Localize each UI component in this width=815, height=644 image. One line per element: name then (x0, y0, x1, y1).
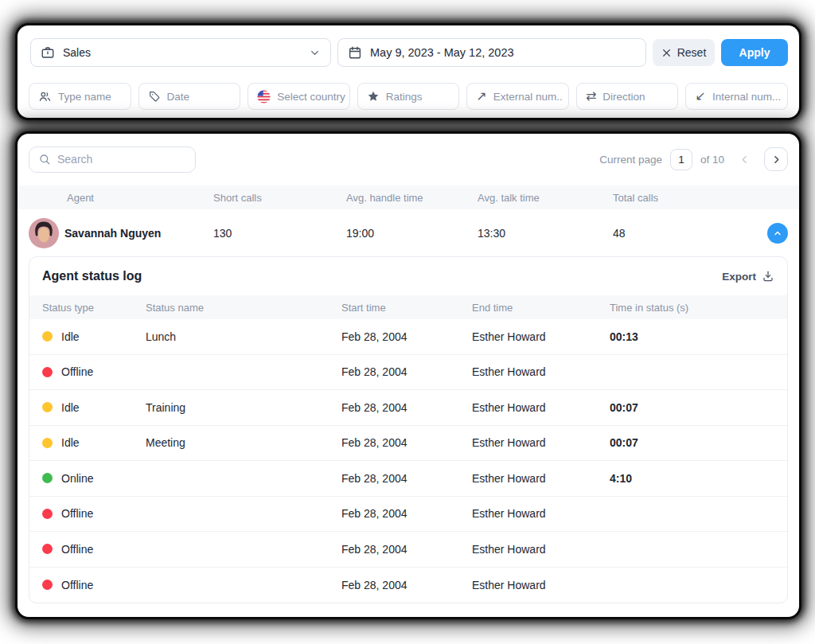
filter-chip-type-name[interactable]: Type name (29, 83, 131, 110)
pagination: Current page of 10 (599, 147, 788, 171)
column-header-total-calls: Total calls (613, 192, 753, 204)
filter-chip-date[interactable]: Date (138, 83, 241, 110)
chevron-right-icon (770, 154, 782, 166)
filter-chip-label: Internal num... (712, 91, 781, 103)
topbar-row: Sales May 9, 2023 - May 12, 2023 Reset A… (29, 38, 788, 67)
column-header-avg-handle-time: Avg. handle time (346, 192, 478, 204)
queue-select-value: Sales (63, 46, 301, 59)
table-row: Offline Feb 28, 2004 Esther Howard (29, 568, 787, 603)
status-dot (42, 331, 53, 342)
export-label: Export (722, 271, 756, 283)
status-name: Meeting (146, 436, 341, 449)
page-number-input[interactable] (670, 149, 692, 170)
filter-chip-external-number[interactable]: ↗ External num.. (466, 83, 569, 110)
end-time: Esther Howard (472, 330, 610, 343)
agent-short-calls: 130 (213, 227, 346, 240)
column-header-avg-talk-time: Avg. talk time (478, 192, 613, 204)
column-header-short-calls: Short calls (213, 192, 346, 204)
current-page-label: Current page (599, 154, 662, 166)
end-time: Esther Howard (472, 401, 610, 414)
table-row: Online Feb 28, 2004 Esther Howard 4:10 (29, 461, 787, 497)
close-icon (661, 48, 672, 58)
agent-total-calls: 48 (613, 227, 753, 240)
tag-icon (148, 90, 161, 103)
agent-row[interactable]: Savannah Nguyen 130 19:00 13:30 48 (18, 209, 799, 256)
filter-chip-label: Direction (602, 91, 645, 103)
agent-avg-talk-time: 13:30 (478, 227, 613, 240)
status-type: Idle (61, 436, 80, 449)
status-dot (42, 473, 53, 483)
search-box[interactable] (29, 146, 196, 173)
date-range-value: May 9, 2023 - May 12, 2023 (370, 46, 514, 59)
column-header-agent: Agent (29, 192, 213, 204)
queue-select[interactable]: Sales (30, 38, 331, 67)
table-row: Offline Feb 28, 2004 Esther Howard (29, 532, 787, 568)
avatar (29, 218, 59, 248)
date-range-field[interactable]: May 9, 2023 - May 12, 2023 (337, 38, 646, 67)
start-time: Feb 28, 2004 (341, 579, 472, 591)
filter-chip-label: Type name (58, 91, 111, 103)
filter-chip-label: Ratings (386, 91, 423, 103)
filter-chips-row: Type name Date Select country Ratings (29, 83, 788, 110)
status-dot (42, 438, 53, 448)
start-time: Feb 28, 2004 (341, 507, 472, 520)
filter-chip-direction[interactable]: ⇄ Direction (576, 83, 679, 110)
agent-status-log-card: Agent status log Export Status type Stat… (29, 256, 788, 603)
agent-cell: Savannah Nguyen (29, 218, 213, 248)
column-header-start-time: Start time (341, 302, 472, 314)
filter-chip-select-country[interactable]: Select country (248, 83, 350, 110)
start-time: Feb 28, 2004 (341, 365, 472, 378)
arrow-down-left-icon: ↙ (695, 90, 705, 103)
status-type: Online (61, 472, 93, 485)
filter-chip-label: External num.. (493, 91, 563, 103)
status-log-header: Agent status log Export (29, 257, 787, 295)
start-time: Feb 28, 2004 (341, 472, 472, 485)
table-toolbar: Current page of 10 (18, 143, 799, 175)
column-header-status-type: Status type (42, 302, 146, 314)
chevron-up-icon (772, 228, 783, 239)
status-type: Offline (61, 507, 93, 520)
end-time: Esther Howard (472, 579, 610, 591)
apply-button[interactable]: Apply (721, 39, 788, 66)
arrow-up-right-icon: ↗ (476, 90, 486, 103)
table-row: Idle Training Feb 28, 2004 Esther Howard… (29, 390, 787, 426)
table-row: Offline Feb 28, 2004 Esther Howard (29, 355, 787, 391)
status-dot (42, 402, 53, 412)
end-time: Esther Howard (472, 365, 610, 378)
reset-button[interactable]: Reset (653, 39, 715, 66)
chevron-left-icon (739, 154, 751, 166)
table-panel: Current page of 10 Agent Short calls Avg… (18, 134, 799, 617)
arrows-swap-icon: ⇄ (586, 90, 596, 103)
collapse-row-button[interactable] (767, 223, 788, 244)
table-row: Idle Meeting Feb 28, 2004 Esther Howard … (29, 426, 787, 462)
filter-chip-ratings[interactable]: Ratings (357, 83, 460, 110)
filter-chip-internal-number[interactable]: ↙ Internal num... (685, 83, 788, 110)
column-header-time-in-status: Time in status (s) (610, 302, 774, 314)
status-type: Offline (61, 579, 93, 591)
briefcase-icon (41, 45, 55, 60)
search-icon (38, 153, 51, 166)
prev-page-button[interactable] (732, 147, 756, 171)
status-log-title: Agent status log (42, 269, 142, 283)
table-row: Offline Feb 28, 2004 Esther Howard (29, 497, 787, 533)
time-in-status: 00:13 (610, 330, 774, 343)
page-count-label: of 10 (700, 154, 724, 166)
next-page-button[interactable] (764, 147, 788, 171)
chevron-down-icon (309, 47, 321, 59)
status-dot (42, 367, 53, 377)
status-dot (42, 509, 53, 519)
table-row: Idle Lunch Feb 28, 2004 Esther Howard 00… (29, 319, 787, 355)
search-input[interactable] (57, 153, 186, 166)
start-time: Feb 28, 2004 (341, 401, 472, 414)
column-header-status-name: Status name (146, 302, 341, 314)
filters-panel: Sales May 9, 2023 - May 12, 2023 Reset A… (18, 25, 799, 118)
start-time: Feb 28, 2004 (341, 436, 472, 449)
status-dot (42, 544, 53, 554)
status-type: Offline (61, 365, 93, 378)
status-name: Training (146, 401, 341, 414)
us-flag-icon (257, 90, 271, 103)
export-button[interactable]: Export (722, 270, 774, 283)
download-icon (762, 270, 774, 283)
status-type: Idle (61, 330, 80, 343)
status-log-table-header: Status type Status name Start time End t… (29, 295, 787, 319)
